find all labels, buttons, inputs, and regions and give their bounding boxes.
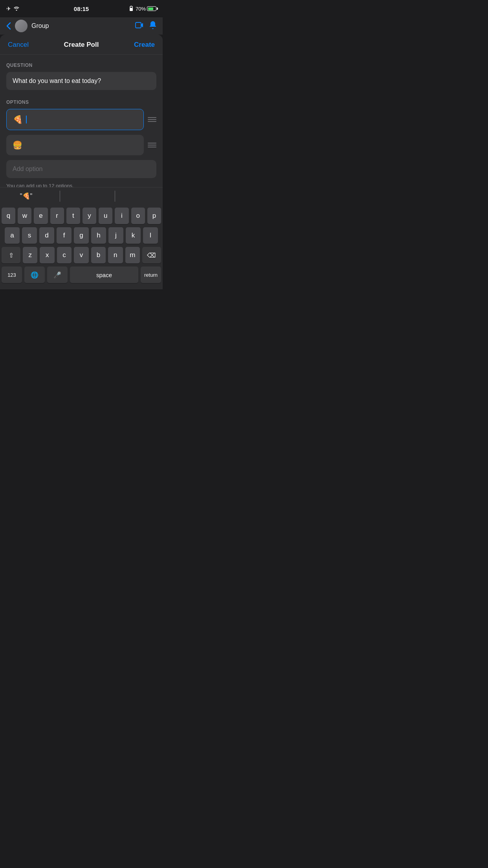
key-j[interactable]: j [108,227,123,244]
question-input[interactable] [6,72,156,90]
key-g[interactable]: g [74,227,89,244]
svg-rect-0 [130,8,133,11]
create-poll-modal: Cancel Create Poll Create QUESTION OPTIO… [0,35,163,289]
lock-icon [129,6,134,12]
options-section-label: OPTIONS [6,99,156,105]
status-bar: ✈ 08:15 70% [0,0,163,17]
key-h[interactable]: h [91,227,106,244]
chat-header: Group [0,17,163,35]
add-option-input[interactable]: Add option [6,160,156,178]
key-t[interactable]: t [66,208,80,224]
modal-header: Cancel Create Poll Create [0,35,163,55]
status-right: 70% [129,6,156,12]
wifi-icon [13,6,20,12]
suggest-divider-1 [60,191,60,202]
backspace-key[interactable]: ⌫ [142,247,161,263]
key-r[interactable]: r [50,208,64,224]
cancel-button[interactable]: Cancel [8,41,29,49]
key-f[interactable]: f [57,227,72,244]
modal-body: QUESTION OPTIONS 🍕 🍔 [0,55,163,187]
option-row-2: 🍔 [6,135,156,155]
drag-line-5 [148,145,156,145]
key-o[interactable]: o [131,208,145,224]
globe-key[interactable]: 🌐 [24,267,45,283]
bell-icon[interactable] [149,21,156,31]
status-time: 08:15 [74,6,89,12]
key-v[interactable]: v [74,247,88,263]
key-q[interactable]: q [2,208,15,224]
key-y[interactable]: y [83,208,96,224]
drag-line-6 [148,147,156,147]
key-l[interactable]: l [143,227,158,244]
option-emoji-1: 🍕 [13,115,23,124]
video-call-icon[interactable] [135,22,144,30]
option-row-1: 🍕 [6,109,156,130]
keyboard: q w e r t y u i o p a s d f g h j k l ⇧ … [0,204,163,289]
key-b[interactable]: b [91,247,106,263]
drag-line-2 [148,119,156,120]
chat-action-icons [135,21,156,31]
key-k[interactable]: k [126,227,141,244]
airplane-icon: ✈ [6,6,11,12]
drag-line-1 [148,117,156,118]
modal-title: Create Poll [64,41,99,49]
space-key[interactable]: space [70,267,138,283]
option-input-1[interactable]: 🍕 [6,109,144,130]
suggestion-left[interactable]: "🍕" [14,192,39,200]
drag-handle-2[interactable] [148,143,156,147]
key-d[interactable]: d [39,227,54,244]
key-u[interactable]: u [99,208,112,224]
svg-rect-1 [136,22,141,28]
battery-fill [148,7,153,10]
suggest-divider-2 [115,191,115,202]
avatar [15,20,28,32]
add-option-placeholder: Add option [13,166,43,172]
return-key[interactable]: return [141,267,161,283]
key-c[interactable]: c [57,247,72,263]
key-w[interactable]: w [18,208,31,224]
key-m[interactable]: m [125,247,140,263]
drag-line-3 [148,121,156,122]
keyboard-row-3: ⇧ z x c v b n m ⌫ [2,247,161,263]
option-input-2[interactable]: 🍔 [6,135,144,155]
key-n[interactable]: n [108,247,123,263]
key-p[interactable]: p [147,208,161,224]
status-left: ✈ [6,6,20,12]
battery-percent: 70% [136,6,146,12]
group-name: Group [31,22,131,29]
create-button[interactable]: Create [134,41,155,49]
hint-text: You can add up to 12 options. [6,183,156,187]
options-section: OPTIONS 🍕 🍔 [6,99,156,187]
key-a[interactable]: a [5,227,20,244]
keyboard-row-2: a s d f g h j k l [2,227,161,244]
mic-key[interactable]: 🎤 [47,267,68,283]
numbers-key[interactable]: 123 [2,267,22,283]
battery-container: 70% [136,6,156,12]
option-cursor-1 [26,116,27,123]
question-section-label: QUESTION [6,63,156,68]
drag-handle-1[interactable] [148,117,156,122]
key-i[interactable]: i [115,208,128,224]
shift-key[interactable]: ⇧ [2,247,20,263]
keyboard-row-1: q w e r t y u i o p [2,208,161,224]
key-z[interactable]: z [23,247,37,263]
key-s[interactable]: s [22,227,37,244]
battery-icon [147,6,156,11]
key-e[interactable]: e [34,208,48,224]
option-emoji-2: 🍔 [13,140,22,150]
drag-line-4 [148,143,156,143]
keyboard-suggestion-bar: "🍕" [0,187,163,204]
key-x[interactable]: x [40,247,54,263]
avatar-image [15,20,28,32]
keyboard-row-4: 123 🌐 🎤 space return [2,267,161,283]
back-button[interactable] [6,22,11,30]
